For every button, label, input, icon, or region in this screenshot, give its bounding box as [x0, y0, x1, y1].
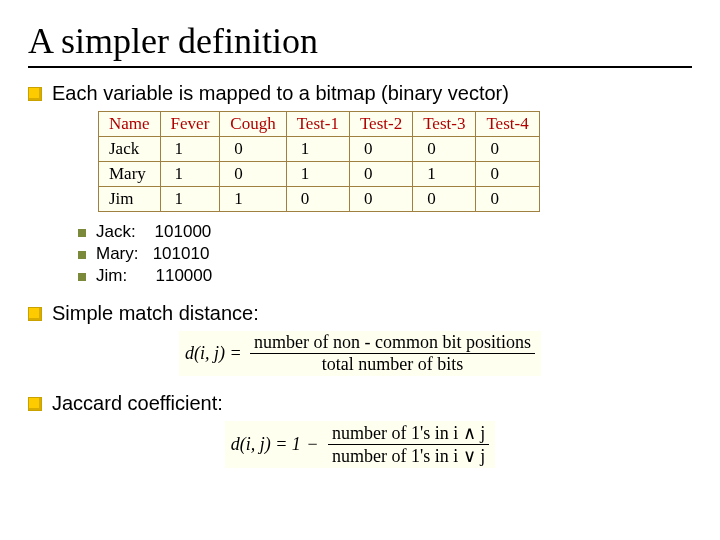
cell: 0: [349, 187, 412, 212]
cell: 1: [413, 162, 476, 187]
cell: 0: [413, 137, 476, 162]
cell: 0: [413, 187, 476, 212]
cell: 1: [286, 162, 349, 187]
cell: 0: [286, 187, 349, 212]
bullet-text: Each variable is mapped to a bitmap (bin…: [52, 82, 509, 105]
cell: 1: [160, 162, 220, 187]
col-cough: Cough: [220, 112, 286, 137]
fraction: number of non - common bit positions tot…: [250, 332, 535, 375]
bullet-text: Jaccard coefficient:: [52, 392, 223, 415]
bullet-jaccard: Jaccard coefficient:: [28, 392, 692, 415]
bullet-icon: [28, 307, 42, 321]
title-underline: [28, 66, 692, 68]
bullet-simple-match: Simple match distance:: [28, 302, 692, 325]
bitmap-text: Jack: 101000: [96, 222, 211, 242]
cell: 0: [476, 187, 539, 212]
slide-title: A simpler definition: [28, 20, 692, 62]
numerator: number of 1's in i ∧ j: [328, 422, 489, 445]
cell: 1: [220, 187, 286, 212]
cell: 0: [220, 137, 286, 162]
formula-jaccard: d(i, j) = 1 − number of 1's in i ∧ j num…: [28, 421, 692, 468]
col-test-2: Test-2: [349, 112, 412, 137]
cell: Jim: [99, 187, 161, 212]
table-row: Jim 1 1 0 0 0 0: [99, 187, 540, 212]
table-header-row: Name Fever Cough Test-1 Test-2 Test-3 Te…: [99, 112, 540, 137]
subbullet-icon: [78, 251, 86, 259]
minus-sign: −: [307, 434, 317, 455]
fraction: number of 1's in i ∧ j number of 1's in …: [328, 422, 489, 467]
bitmap-table: Name Fever Cough Test-1 Test-2 Test-3 Te…: [98, 111, 540, 212]
col-name: Name: [99, 112, 161, 137]
bullet-icon: [28, 397, 42, 411]
cell: Mary: [99, 162, 161, 187]
numerator: number of non - common bit positions: [250, 332, 535, 354]
formula-simple-match: d(i, j) = number of non - common bit pos…: [28, 331, 692, 376]
denominator: total number of bits: [250, 354, 535, 375]
formula-content: d(i, j) = number of non - common bit pos…: [179, 331, 541, 376]
bitmap-item-jack: Jack: 101000: [78, 222, 692, 242]
table-row: Jack 1 0 1 0 0 0: [99, 137, 540, 162]
denominator: number of 1's in i ∨ j: [328, 445, 489, 467]
col-test-3: Test-3: [413, 112, 476, 137]
cell: 0: [349, 137, 412, 162]
cell: 1: [160, 137, 220, 162]
col-fever: Fever: [160, 112, 220, 137]
bitmap-item-jim: Jim: 110000: [78, 266, 692, 286]
cell: 1: [286, 137, 349, 162]
bitmap-text: Jim: 110000: [96, 266, 212, 286]
col-test-4: Test-4: [476, 112, 539, 137]
cell: 0: [349, 162, 412, 187]
formula-lead: d(i, j) = 1: [231, 434, 301, 455]
slide: A simpler definition Each variable is ma…: [0, 0, 720, 540]
bullet-text: Simple match distance:: [52, 302, 259, 325]
bitmap-text: Mary: 101010: [96, 244, 209, 264]
cell: 0: [476, 162, 539, 187]
col-test-1: Test-1: [286, 112, 349, 137]
bitmap-table-wrap: Name Fever Cough Test-1 Test-2 Test-3 Te…: [98, 111, 692, 212]
subbullet-icon: [78, 229, 86, 237]
formula-lead: d(i, j) =: [185, 343, 242, 364]
table-row: Mary 1 0 1 0 1 0: [99, 162, 540, 187]
cell: Jack: [99, 137, 161, 162]
bullet-mapping: Each variable is mapped to a bitmap (bin…: [28, 82, 692, 105]
formula-content: d(i, j) = 1 − number of 1's in i ∧ j num…: [225, 421, 496, 468]
cell: 1: [160, 187, 220, 212]
subbullet-icon: [78, 273, 86, 281]
bitmap-item-mary: Mary: 101010: [78, 244, 692, 264]
cell: 0: [220, 162, 286, 187]
cell: 0: [476, 137, 539, 162]
bullet-icon: [28, 87, 42, 101]
